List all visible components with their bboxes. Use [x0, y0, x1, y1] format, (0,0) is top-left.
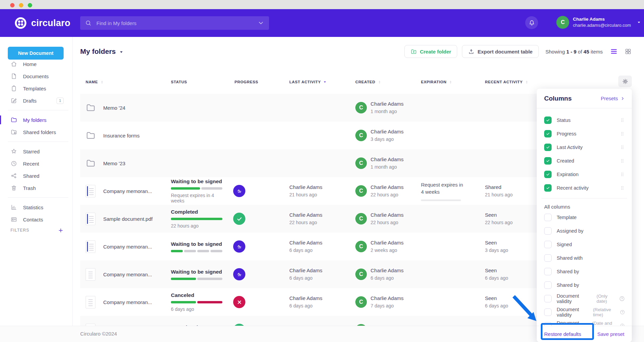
column-toggle-expiration[interactable]: Expiration [537, 168, 632, 181]
checkbox-unchecked[interactable] [544, 308, 552, 316]
column-toggle-assigned-by[interactable]: Assigned by [537, 224, 632, 238]
document-name[interactable] [103, 316, 168, 326]
column-toggle-progress[interactable]: Progress [537, 127, 632, 141]
window-zoom-button[interactable] [28, 3, 32, 7]
sidebar-item-starred[interactable]: Starred [0, 145, 72, 157]
row-type-icon-cell [86, 122, 96, 149]
sidebar-item-statistics[interactable]: Statistics [0, 201, 72, 213]
created-cell: CCharlie Adams1 month ago [355, 149, 418, 177]
recent-activity-cell: Seen6 days ago [485, 288, 536, 316]
save-preset-button[interactable]: Save preset [597, 331, 624, 337]
person-name: Seen [485, 211, 513, 219]
sidebar-item-shared[interactable]: Shared [0, 170, 72, 182]
table-settings-button[interactable] [618, 76, 632, 87]
document-name[interactable]: Memo '24 [103, 94, 168, 122]
checkbox-checked[interactable] [544, 130, 552, 137]
creator-avatar: C [355, 130, 367, 141]
column-toggle-created[interactable]: Created [537, 154, 632, 168]
add-filter-button[interactable] [58, 228, 64, 233]
person-name: Charlie Adams [371, 211, 404, 219]
column-header-progress[interactable]: PROGRESS [235, 75, 258, 89]
document-name[interactable]: Company memoran... [103, 177, 168, 205]
presets-link[interactable]: Presets [601, 95, 625, 101]
user-menu[interactable]: C Charlie Adams charlie.adams@circularo.… [556, 16, 641, 29]
column-toggle-shared-by[interactable]: Shared by [537, 278, 632, 292]
status-label: Canceled [171, 292, 222, 298]
sidebar-divider [8, 197, 68, 198]
sort-desc-icon [323, 80, 327, 84]
document-name[interactable]: Company memoran... [103, 233, 168, 260]
column-toggle-template[interactable]: Template [537, 211, 632, 224]
circularo-logo[interactable]: circularo [14, 17, 70, 29]
create-folder-button[interactable]: Create folder [404, 45, 458, 58]
column-header-created[interactable]: CREATED [355, 75, 382, 89]
checkbox-checked[interactable] [544, 144, 552, 151]
column-toggle-signed[interactable]: Signed [537, 238, 632, 251]
sidebar-item-my-folders[interactable]: My folders [0, 114, 72, 126]
check-icon [546, 131, 550, 136]
sidebar-item-templates[interactable]: Templates [0, 82, 72, 94]
document-name[interactable]: Sample document.pdf [103, 205, 168, 233]
checkbox-unchecked[interactable] [544, 214, 552, 221]
person-name: Charlie Adams [371, 156, 404, 164]
checkbox-unchecked[interactable] [544, 295, 552, 302]
list-view-toggle[interactable] [610, 48, 618, 55]
column-header-status[interactable]: STATUS [171, 75, 187, 89]
column-header-expiration[interactable]: EXPIRATION [421, 75, 453, 89]
checkbox-unchecked[interactable] [544, 227, 552, 235]
sidebar-item-trash[interactable]: Trash [0, 182, 72, 194]
person-name: Seen [485, 267, 508, 275]
person-activity: Charlie Adams6 days ago [289, 295, 323, 309]
document-name[interactable]: Company memoran... [103, 288, 168, 316]
column-toggle-last-activity[interactable]: Last Activity [537, 141, 632, 154]
restore-defaults-button[interactable]: Restore defaults [544, 331, 581, 337]
cross-status-icon [233, 296, 245, 308]
column-header-recent-activity[interactable]: RECENT ACTIVITY [485, 75, 529, 89]
sidebar-item-drafts[interactable]: Drafts1 [0, 94, 72, 107]
export-document-table-button[interactable]: Export document table [462, 45, 539, 58]
column-toggle-label: Recent activity [557, 185, 589, 191]
person-activity: Charlie Adams21 hours ago [289, 184, 323, 198]
sidebar-item-contacts[interactable]: Contacts [0, 213, 72, 226]
column-toggle-label: Shared with [557, 255, 583, 261]
created-cell: CCharlie Adams3 days ago [355, 122, 418, 149]
column-header-name[interactable]: NAME [86, 75, 104, 89]
column-toggle-document-validity-relative-time[interactable]: Document validity(Relative time) [537, 305, 632, 319]
notifications-button[interactable] [525, 16, 538, 29]
document-name[interactable]: Memo '23 [103, 149, 168, 177]
checkbox-checked[interactable] [544, 116, 552, 124]
column-toggle-document-validity-only-date[interactable]: Document validity(Only date) [537, 292, 632, 305]
search-input[interactable]: Find in My folders [80, 16, 269, 30]
document-name[interactable]: Company memoran... [103, 260, 168, 288]
sidebar-item-shared-folders[interactable]: Shared folders [0, 126, 72, 138]
column-toggle-status[interactable]: Status [537, 113, 632, 127]
column-toggle-recent-activity[interactable]: Recent activity [537, 181, 632, 195]
document-name[interactable]: Insurance forms [103, 122, 168, 149]
checkbox-checked[interactable] [544, 184, 552, 192]
column-toggle-shared-by[interactable]: Shared by [537, 265, 632, 278]
last-activity-cell: Charlie Adams22 hours ago [289, 205, 350, 233]
sidebar-divider [8, 142, 68, 142]
person-activity: Charlie Adams7 days ago [371, 295, 404, 309]
grid-view-toggle[interactable] [624, 48, 632, 55]
checkbox-unchecked[interactable] [544, 281, 552, 289]
activity-time: 6 days ago [289, 302, 323, 309]
expiration-bar [421, 199, 461, 201]
sidebar-item-label: Starred [23, 149, 40, 154]
sidebar-item-home[interactable]: Home [0, 58, 72, 70]
column-toggle-shared-with[interactable]: Shared with [537, 251, 632, 265]
checkbox-unchecked[interactable] [544, 241, 552, 248]
page-title-dropdown[interactable]: My folders [80, 47, 124, 56]
checkbox-checked[interactable] [544, 171, 552, 178]
checkbox-unchecked[interactable] [544, 254, 552, 262]
window-close-button[interactable] [10, 3, 15, 7]
sidebar-item-label: Templates [23, 86, 46, 91]
sidebar-item-documents[interactable]: Documents [0, 70, 72, 82]
checkbox-unchecked[interactable] [544, 268, 552, 275]
window-minimize-button[interactable] [19, 3, 23, 7]
column-header-last-activity[interactable]: LAST ACTIVITY [289, 75, 327, 89]
last-activity-cell: Gabriel Johnson [289, 316, 350, 326]
sidebar-item-recent[interactable]: Recent [0, 157, 72, 170]
checkbox-checked[interactable] [544, 157, 552, 165]
search-scope-chevron-down-icon[interactable] [258, 20, 264, 26]
